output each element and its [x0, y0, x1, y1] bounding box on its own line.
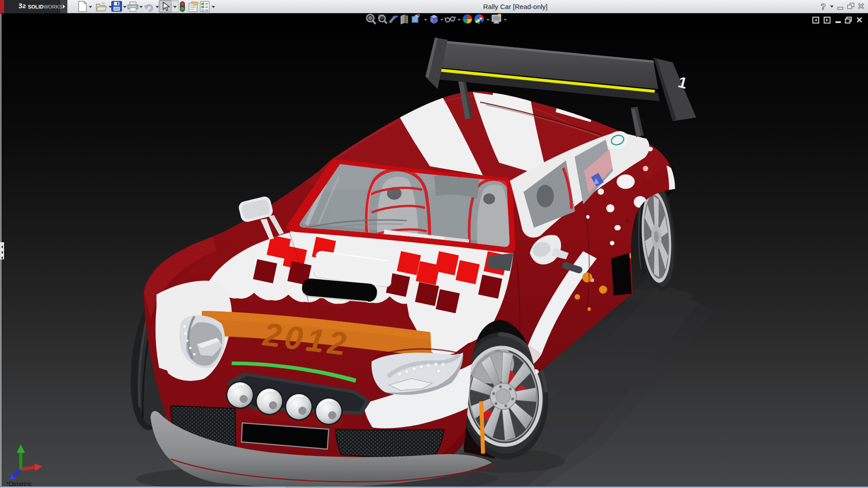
svg-text:?: ?: [821, 2, 826, 11]
svg-text:SOLIDWORKS: SOLIDWORKS: [28, 4, 62, 9]
svg-text:*Dimetric: *Dimetric: [6, 480, 32, 488]
